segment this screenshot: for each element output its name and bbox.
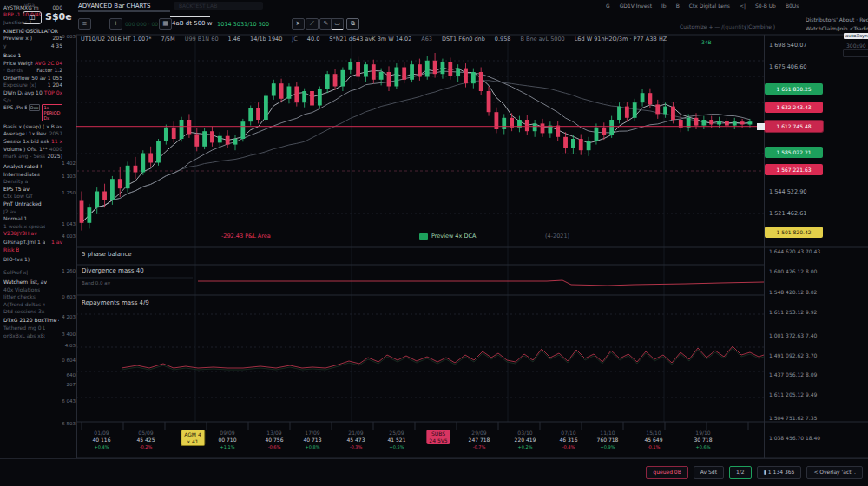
- price-label-red[interactable]: 1 632 243.43: [765, 102, 823, 113]
- lower-axis-label: 1 611 205.12 9.49: [769, 391, 817, 397]
- time-axis-label: 21/0945 473-0.3%: [347, 430, 365, 450]
- ohlc-segment: 1.46: [228, 36, 240, 43]
- bottom-button[interactable]: Av Sdt: [694, 466, 724, 479]
- candles: [80, 53, 753, 231]
- ohlc-segment: JC: [292, 36, 297, 43]
- ohlc-segment: 0.958: [495, 36, 511, 43]
- time-axis-label: SUBS24 5V5: [426, 430, 450, 444]
- ohlc-segment: 7/5M: [161, 36, 175, 43]
- menu-item[interactable]: G: [606, 3, 610, 9]
- add-icon[interactable]: +: [109, 18, 122, 30]
- preview-chip-icon[interactable]: [419, 233, 428, 240]
- symbol-tab-overline: [170, 16, 210, 17]
- tab-backtest-lab[interactable]: BACKTEST LAB: [174, 2, 263, 10]
- price-label-plain: 1 544 522.90: [769, 188, 806, 195]
- lower-axis-label: 1 548 420.12 8.02: [769, 289, 817, 295]
- ohlc-segment: A63: [421, 36, 432, 43]
- time-axis-label: 07/1046 316-0.4%: [560, 430, 578, 450]
- time-axis-label: 11/10760 718+0.9%: [597, 430, 619, 450]
- menu-item[interactable]: B0Us: [786, 3, 799, 9]
- tab-advanced-charts[interactable]: ADVANCED Bar CHARTS: [78, 3, 151, 10]
- right-head-row1[interactable]: Distributors' About · Recover: [806, 16, 868, 23]
- brand-title[interactable]: S$0e: [45, 11, 72, 23]
- sync-badge[interactable]: autoXsync: [844, 33, 868, 39]
- pane1-title[interactable]: 5 phase balance: [82, 251, 132, 258]
- ohlc-segment: DST1 F6n0 dnb: [442, 36, 485, 43]
- customize-control[interactable]: Customize + — ∕: [680, 23, 723, 30]
- moving-average-lines: [82, 68, 750, 223]
- quote-dim: 000 000 · 00: [125, 21, 158, 27]
- gridlines: [76, 35, 764, 422]
- bottom-button[interactable]: ▮ 1 134 365: [757, 466, 802, 479]
- left-axis-label: 4 203: [59, 314, 76, 319]
- price-label-green[interactable]: 1 585 022.21: [765, 147, 823, 158]
- menu-item[interactable]: S0-B Ub: [755, 3, 776, 9]
- bottom-button[interactable]: < Overlay 'act' .: [806, 466, 863, 479]
- left-axis-label: 0 003: [59, 34, 76, 39]
- brand-subtitle: Osqd R: [21, 27, 40, 33]
- ohlc-segment: B Bne avL 5000: [520, 36, 564, 43]
- grid-icon[interactable]: ▦: [159, 18, 172, 30]
- left-axis-label: 207: [59, 382, 76, 387]
- left-axis-label: 0 603: [59, 294, 76, 299]
- pane2-subtitle: Band 0.0 av: [82, 280, 110, 286]
- menu-item[interactable]: <|: [740, 3, 746, 9]
- lower-axis-label: 1 644 620.43 70.43: [769, 248, 820, 254]
- menu-item[interactable]: Ctx Digital Lens: [689, 3, 730, 9]
- ruler-icon[interactable]: ⟋: [306, 18, 319, 30]
- menu-item[interactable]: GD1V Invest: [620, 3, 652, 9]
- price-chart-svg[interactable]: [0, 0, 868, 486]
- right-head-row2[interactable]: WatchClaim/Join <Trading>: [806, 25, 868, 31]
- left-axis-label: 3 400: [59, 332, 76, 337]
- time-axis-label: 03/10220 419+0.2%: [515, 430, 536, 450]
- price-label-red[interactable]: 1 567 221.63: [765, 164, 823, 175]
- price-label-plain: 1 698 540.07: [769, 42, 806, 49]
- preview-annotation[interactable]: Preview 4x DCA: [431, 233, 476, 240]
- quote-green: 1014 3031/10 500: [217, 21, 269, 28]
- corner-text: vGa: [24, 2, 35, 8]
- cursor-icon[interactable]: ➤: [292, 18, 305, 30]
- lower-axis-label: 1 491 092.62 3.70: [769, 352, 817, 358]
- event-badge-yellow[interactable]: AGM 4x 41: [181, 430, 205, 446]
- left-axis-label: 1 043: [59, 221, 76, 227]
- left-axis-label: 6 503: [59, 421, 76, 426]
- pl-annotation: -292.43 P&L Area: [221, 233, 271, 240]
- left-axis-label: 1 250: [59, 190, 76, 195]
- left-axis-label: 640: [59, 372, 76, 378]
- bottom-button[interactable]: 1/2: [729, 466, 752, 479]
- mini-input[interactable]: [843, 49, 868, 57]
- symbol-tab[interactable]: 4aB dt 500 w: [172, 20, 213, 27]
- ohlc-segment: 40.0: [307, 36, 319, 43]
- event-badge-pink[interactable]: SUBS24 5V5: [426, 430, 450, 444]
- time-axis-label: 19/1030 718+0.6%: [694, 430, 713, 450]
- logo-icon[interactable]: ◫: [23, 11, 42, 24]
- time-axis-label: 25/0941 521+0.5%: [388, 430, 406, 450]
- ohlc-segment: U99 B1N 60: [185, 36, 219, 43]
- left-axis-label: 1 103: [59, 174, 76, 179]
- menu-item[interactable]: B: [676, 3, 680, 9]
- ohlc-segment: 14/1b 1940: [250, 36, 282, 43]
- menu-item[interactable]: Ib: [661, 3, 667, 9]
- time-axis-label: 01/0940 116+0.4%: [93, 430, 111, 450]
- time-axis-label: 13/0940 756-0.6%: [266, 430, 284, 450]
- combine-control[interactable]: ( Combine ): [745, 23, 775, 30]
- price-label-current[interactable]: 1 612 745.48: [765, 121, 823, 132]
- top-menu: GGD1V InvestIbBCtx Digital Lens<|S0-B Ub…: [606, 3, 799, 9]
- frame-icon[interactable]: ▭: [331, 18, 344, 30]
- left-axis-label: 0 604: [59, 358, 76, 363]
- price-label-yellow[interactable]: 1 501 820.42: [765, 227, 823, 238]
- time-axis-label: 05/0945 425-0.2%: [137, 430, 155, 450]
- time-axis-label: AGM 4x 41: [181, 430, 205, 446]
- bottom-buttons: queued 0BAv Sdt1/2▮ 1 134 365< Overlay '…: [646, 466, 863, 479]
- ohlc-segment: UT10/U2 2016 HT 1.007*: [81, 36, 152, 43]
- ohlc-info-line: UT10/U2 2016 HT 1.007*7/5MU99 B1N 601.46…: [81, 36, 829, 43]
- pane3-title[interactable]: Repayments mass 4/9: [82, 299, 149, 306]
- monitor-icon[interactable]: ⧉: [346, 18, 359, 30]
- indicator-lines: [122, 280, 764, 370]
- bottom-button[interactable]: queued 0B: [646, 466, 687, 479]
- pane2-title[interactable]: Divergence mass 40: [82, 267, 144, 274]
- price-label-green[interactable]: 1 651 830.25: [765, 83, 823, 95]
- active-tab-underline: [78, 10, 170, 12]
- trading-app-window: vGa ADVANCED Bar CHARTS BACKTEST LAB GGD…: [0, 0, 868, 486]
- menu-icon[interactable]: ≡: [78, 18, 91, 30]
